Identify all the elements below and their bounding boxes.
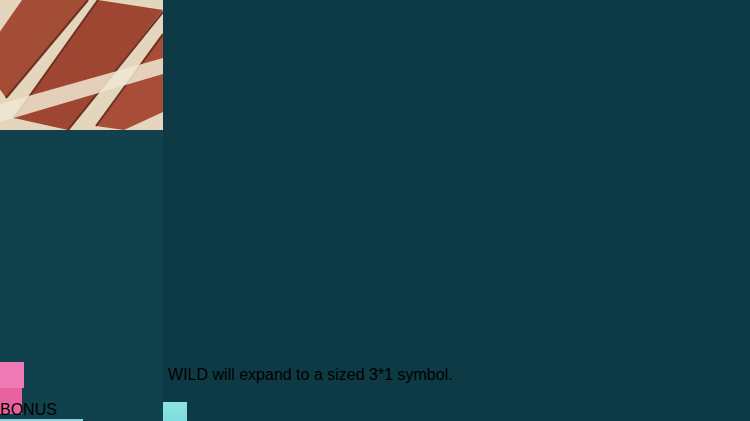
beach-umbrella bbox=[0, 0, 163, 130]
bonus-symbol-text: BONUS bbox=[0, 401, 163, 419]
screen: me! ✱ bbox=[0, 0, 750, 421]
bonus-symbol-tile bbox=[0, 318, 83, 401]
symbol-tile-tall bbox=[0, 146, 73, 318]
